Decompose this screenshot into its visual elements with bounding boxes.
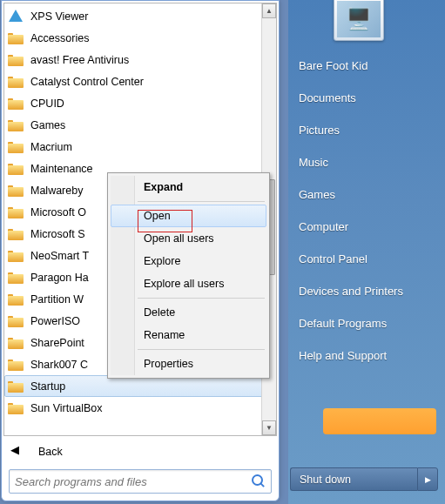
program-label: Paragon Ha <box>30 272 89 284</box>
folder-icon <box>8 97 24 110</box>
program-item[interactable]: XPS Viewer <box>4 5 276 27</box>
help-support-link[interactable]: Help and Support <box>290 342 438 369</box>
folder-icon <box>8 314 24 327</box>
program-label: NeoSmart T <box>30 250 89 262</box>
folder-icon <box>8 75 24 88</box>
back-button[interactable]: Back <box>2 438 279 466</box>
folder-icon <box>8 184 24 197</box>
games-link[interactable]: Games <box>290 181 438 208</box>
folder-icon <box>8 205 24 218</box>
search-input[interactable] <box>15 475 252 488</box>
program-label: Partition W <box>30 293 84 306</box>
search-box[interactable] <box>9 469 272 494</box>
program-item[interactable]: Macrium <box>4 136 276 158</box>
program-label: SharePoint <box>30 337 84 349</box>
folder-icon <box>8 227 24 240</box>
program-label: Accessories <box>30 32 89 44</box>
program-label: Startup <box>30 380 65 393</box>
back-arrow-icon <box>10 445 24 459</box>
folder-icon <box>8 162 24 175</box>
shutdown-button[interactable]: Shut down <box>290 467 417 491</box>
program-label: Catalyst Control Center <box>30 76 144 88</box>
context-menu: Expand Open Open all users Explore Explo… <box>107 172 270 379</box>
search-icon <box>252 474 266 488</box>
devices-printers-link[interactable]: Devices and Printers <box>290 278 438 305</box>
folder-icon <box>8 118 24 131</box>
context-explore[interactable]: Explore <box>111 250 266 272</box>
context-expand[interactable]: Expand <box>111 176 266 198</box>
folder-icon <box>8 140 24 153</box>
context-explore-all-users[interactable]: Explore all users <box>111 272 266 295</box>
context-separator <box>138 298 265 299</box>
program-label: avast! Free Antivirus <box>30 54 129 66</box>
folder-icon <box>8 401 24 414</box>
user-avatar-frame[interactable]: 🖥️ <box>334 0 384 41</box>
folder-icon <box>8 380 24 393</box>
context-separator <box>138 349 265 350</box>
context-open-all-users[interactable]: Open all users <box>111 227 266 250</box>
folder-icon <box>8 358 24 371</box>
program-label: Microsoft O <box>30 206 86 218</box>
program-item[interactable]: CPUID <box>4 92 276 114</box>
program-item[interactable]: Catalyst Control Center <box>4 71 276 92</box>
context-open[interactable]: Open <box>111 205 266 227</box>
program-item[interactable]: Games <box>4 114 276 136</box>
context-rename[interactable]: Rename <box>111 324 266 346</box>
program-label: Malwareby <box>30 185 83 197</box>
context-separator <box>138 201 265 202</box>
computer-link[interactable]: Computer <box>290 213 438 240</box>
context-delete[interactable]: Delete <box>111 301 266 324</box>
default-programs-link[interactable]: Default Programs <box>290 310 438 337</box>
folder-icon <box>8 271 24 284</box>
folder-icon <box>8 53 24 66</box>
context-properties[interactable]: Properties <box>111 353 266 375</box>
user-folder-link[interactable]: Bare Foot Kid <box>290 52 438 79</box>
music-link[interactable]: Music <box>290 149 438 176</box>
program-label: Macrium <box>30 141 72 153</box>
program-label: PowerISO <box>30 315 80 327</box>
program-label: Shark007 C <box>30 359 88 371</box>
scroll-down-button[interactable]: ▼ <box>262 420 276 435</box>
control-panel-link[interactable]: Control Panel <box>290 245 438 272</box>
program-label: CPUID <box>30 97 64 110</box>
program-item[interactable]: Accessories <box>4 27 276 49</box>
program-label: XPS Viewer <box>30 10 88 23</box>
shutdown-options-button[interactable]: ▶ <box>417 467 438 491</box>
program-label: Sun VirtualBox <box>30 402 102 414</box>
folder-icon <box>8 336 24 349</box>
documents-link[interactable]: Documents <box>290 84 438 111</box>
back-label: Back <box>38 446 63 458</box>
xps-program-icon <box>8 10 24 23</box>
scroll-up-button[interactable]: ▲ <box>262 3 276 18</box>
program-label: Microsoft S <box>30 228 85 240</box>
chevron-right-icon: ▶ <box>425 475 431 484</box>
start-menu-right-pane: 🖥️ Bare Foot Kid Documents Pictures Musi… <box>283 0 445 501</box>
folder-icon <box>8 31 24 44</box>
pictures-link[interactable]: Pictures <box>290 117 438 144</box>
program-label: Maintenance <box>30 163 93 175</box>
folder-icon <box>8 249 24 262</box>
program-item[interactable]: avast! Free Antivirus <box>4 49 276 71</box>
user-avatar-icon: 🖥️ <box>337 1 381 37</box>
folder-icon <box>8 292 24 306</box>
program-label: Games <box>30 119 65 131</box>
program-item[interactable]: Sun VirtualBox <box>4 397 276 419</box>
